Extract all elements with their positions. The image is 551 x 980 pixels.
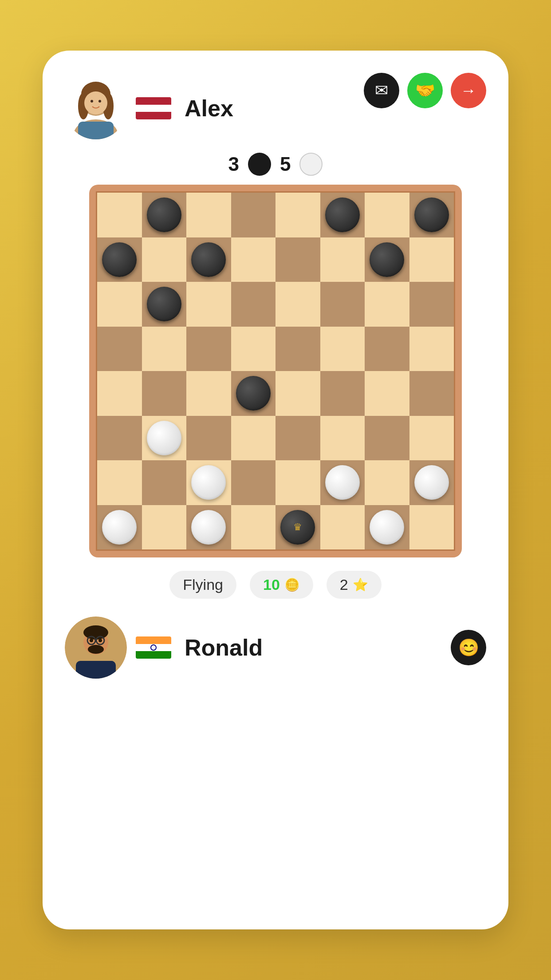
emoji-button[interactable]: 😊 bbox=[451, 630, 486, 665]
board-cell bbox=[276, 193, 320, 237]
ronald-avatar bbox=[65, 616, 127, 679]
alex-name: Alex bbox=[185, 95, 233, 122]
board-cell bbox=[97, 371, 142, 416]
board-cell bbox=[320, 371, 365, 416]
board-cell bbox=[409, 237, 454, 282]
coins-value: 10 bbox=[263, 576, 280, 593]
board-cell bbox=[142, 282, 187, 327]
board-cell bbox=[142, 371, 187, 416]
board-cell bbox=[186, 193, 231, 237]
board-container: ♛ bbox=[89, 185, 462, 557]
alex-flag bbox=[136, 97, 171, 119]
coins-pill: 10 🪙 bbox=[250, 571, 313, 599]
board-cell bbox=[276, 371, 320, 416]
svg-point-6 bbox=[91, 100, 93, 103]
black-piece bbox=[370, 242, 404, 277]
board-cell bbox=[365, 282, 409, 327]
stars-value: 2 bbox=[340, 576, 348, 593]
board-cell bbox=[142, 193, 187, 237]
board-cell bbox=[186, 416, 231, 461]
svg-rect-8 bbox=[78, 122, 114, 139]
info-bar: Flying 10 🪙 2 ⭐ bbox=[169, 571, 381, 599]
board-cell bbox=[231, 416, 276, 461]
crown-icon: ♛ bbox=[293, 522, 302, 533]
board-cell bbox=[186, 371, 231, 416]
black-piece bbox=[236, 376, 271, 411]
board-cell bbox=[365, 193, 409, 237]
board-cell bbox=[320, 193, 365, 237]
svg-rect-18 bbox=[76, 661, 116, 679]
black-king-piece: ♛ bbox=[280, 510, 315, 545]
message-button[interactable]: ✉ bbox=[364, 73, 399, 108]
score-row: 3 5 bbox=[228, 153, 323, 176]
board-cell bbox=[320, 505, 365, 550]
white-piece bbox=[191, 465, 226, 500]
mode-pill: Flying bbox=[169, 571, 236, 599]
board-cell bbox=[231, 505, 276, 550]
top-actions: ✉ 🤝 → bbox=[364, 73, 486, 108]
board-cell bbox=[186, 505, 231, 550]
board-cell bbox=[409, 327, 454, 371]
board-cell bbox=[365, 505, 409, 550]
handshake-button[interactable]: 🤝 bbox=[407, 73, 443, 108]
main-card: ✉ 🤝 → bbox=[43, 51, 508, 929]
board-cell bbox=[142, 416, 187, 461]
coin-icon: 🪙 bbox=[284, 577, 300, 592]
board-cell bbox=[231, 460, 276, 505]
board-cell bbox=[320, 460, 365, 505]
board-cell bbox=[231, 371, 276, 416]
board-cell bbox=[365, 371, 409, 416]
board-cell bbox=[97, 282, 142, 327]
board-cell bbox=[97, 460, 142, 505]
exit-button[interactable]: → bbox=[451, 73, 486, 108]
board-cell bbox=[276, 282, 320, 327]
white-piece-indicator bbox=[299, 153, 323, 176]
black-piece bbox=[191, 242, 226, 277]
svg-point-5 bbox=[84, 91, 107, 115]
svg-point-17 bbox=[88, 645, 104, 654]
board-cell bbox=[97, 193, 142, 237]
board-cell bbox=[409, 282, 454, 327]
board-cell bbox=[365, 327, 409, 371]
black-piece-indicator bbox=[248, 153, 271, 176]
board-cell bbox=[276, 460, 320, 505]
board-cell bbox=[276, 416, 320, 461]
white-piece bbox=[325, 465, 360, 500]
svg-point-15 bbox=[90, 639, 93, 642]
ronald-name: Ronald bbox=[185, 634, 263, 661]
star-icon: ⭐ bbox=[353, 577, 368, 592]
white-piece bbox=[191, 510, 226, 545]
ronald-flag bbox=[136, 636, 171, 659]
white-piece bbox=[102, 510, 137, 545]
board-cell bbox=[231, 237, 276, 282]
board-cell bbox=[142, 460, 187, 505]
board-cell bbox=[276, 327, 320, 371]
black-score: 3 bbox=[228, 153, 239, 175]
checkers-board: ♛ bbox=[96, 191, 455, 551]
black-piece bbox=[147, 287, 181, 321]
board-cell bbox=[142, 327, 187, 371]
white-score: 5 bbox=[280, 153, 291, 175]
board-cell bbox=[365, 416, 409, 461]
board-cell bbox=[231, 193, 276, 237]
board-cell bbox=[276, 237, 320, 282]
board-cell bbox=[320, 416, 365, 461]
board-cell bbox=[231, 282, 276, 327]
board-cell bbox=[186, 282, 231, 327]
board-cell bbox=[97, 416, 142, 461]
black-piece bbox=[147, 198, 181, 232]
board-cell bbox=[186, 237, 231, 282]
mode-label: Flying bbox=[183, 576, 223, 593]
player-ronald-section: Ronald 😊 bbox=[65, 616, 486, 679]
stars-pill: 2 ⭐ bbox=[327, 571, 382, 599]
board-cell: ♛ bbox=[276, 505, 320, 550]
board-cell bbox=[365, 460, 409, 505]
board-cell bbox=[142, 237, 187, 282]
board-cell bbox=[409, 193, 454, 237]
black-piece bbox=[414, 198, 449, 232]
black-piece bbox=[325, 198, 360, 232]
board-cell bbox=[186, 460, 231, 505]
svg-point-7 bbox=[98, 100, 101, 103]
board-cell bbox=[231, 327, 276, 371]
white-piece bbox=[147, 421, 181, 455]
